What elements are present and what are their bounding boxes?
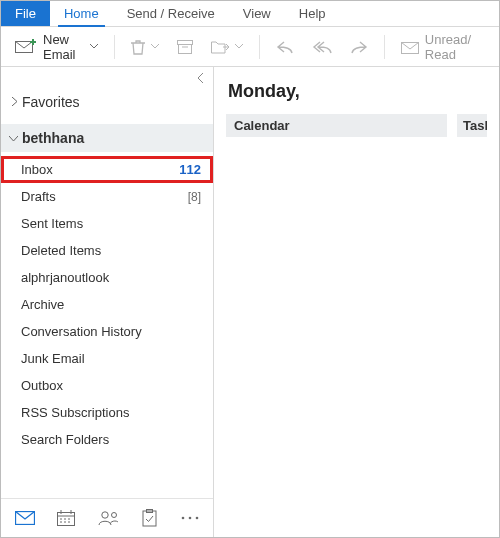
tasks-nav-icon[interactable] <box>140 509 159 527</box>
tab-home-label: Home <box>64 6 99 21</box>
folder-deleted-items[interactable]: Deleted Items <box>1 237 213 264</box>
day-heading: Monday, <box>226 75 487 114</box>
delete-button[interactable] <box>125 35 165 59</box>
chevron-down-icon <box>90 44 98 49</box>
folder-label: Inbox <box>21 162 53 177</box>
folder-label: Archive <box>21 297 64 312</box>
svg-point-17 <box>181 517 184 520</box>
folder-junk-email[interactable]: Junk Email <box>1 345 213 372</box>
reply-button[interactable] <box>270 36 300 58</box>
svg-point-14 <box>111 513 116 518</box>
reply-icon <box>276 40 294 54</box>
tab-file[interactable]: File <box>1 1 50 26</box>
trash-icon <box>131 39 145 55</box>
svg-rect-1 <box>178 40 193 44</box>
svg-point-19 <box>195 517 198 520</box>
chevron-left-icon <box>197 71 205 86</box>
unread-read-button[interactable]: Unread/ Read <box>395 28 491 66</box>
chevron-down-icon <box>9 133 18 144</box>
folder-outbox[interactable]: Outbox <box>1 372 213 399</box>
account-header[interactable]: bethhana <box>1 124 213 152</box>
folder-label: Drafts <box>21 189 56 204</box>
tab-view-label: View <box>243 6 271 21</box>
new-email-icon <box>15 39 37 55</box>
reply-all-button[interactable] <box>306 36 338 58</box>
navigation-pane: Favorites bethhana Inbox112Drafts[8]Sent… <box>1 67 214 537</box>
folder-drafts[interactable]: Drafts[8] <box>1 183 213 210</box>
tab-send-receive[interactable]: Send / Receive <box>113 1 229 26</box>
favorites-section[interactable]: Favorites <box>1 86 213 124</box>
folder-conversation-history[interactable]: Conversation History <box>1 318 213 345</box>
separator <box>259 35 260 59</box>
folder-label: Outbox <box>21 378 63 393</box>
tab-help[interactable]: Help <box>285 1 340 26</box>
folder-rss-subscriptions[interactable]: RSS Subscriptions <box>1 399 213 426</box>
content-columns: Calendar Tasks <box>226 114 487 137</box>
nav-bar-bottom <box>1 498 213 537</box>
main-area: Favorites bethhana Inbox112Drafts[8]Sent… <box>1 67 499 537</box>
archive-icon <box>177 40 193 54</box>
archive-button[interactable] <box>171 36 199 58</box>
tab-send-receive-label: Send / Receive <box>127 6 215 21</box>
folder-label: alphrjanoutlook <box>21 270 109 285</box>
collapse-nav-button[interactable] <box>1 67 213 86</box>
chevron-down-icon <box>235 44 243 49</box>
unread-read-label: Unread/ Read <box>425 32 485 62</box>
folder-label: RSS Subscriptions <box>21 405 129 420</box>
svg-point-13 <box>101 512 107 518</box>
folder-label: Search Folders <box>21 432 109 447</box>
folder-label: Sent Items <box>21 216 83 231</box>
content-pane: Monday, Calendar Tasks <box>214 67 499 537</box>
tab-help-label: Help <box>299 6 326 21</box>
separator <box>384 35 385 59</box>
tab-home[interactable]: Home <box>50 1 113 26</box>
tasks-column-header[interactable]: Tasks <box>457 114 487 137</box>
new-email-label: New Email <box>43 32 84 62</box>
folder-sent-items[interactable]: Sent Items <box>1 210 213 237</box>
forward-icon <box>350 40 368 54</box>
account-name: bethhana <box>22 130 84 146</box>
forward-button[interactable] <box>344 36 374 58</box>
toolbar: New Email Unread/ Read <box>1 27 499 67</box>
more-nav-icon[interactable] <box>180 509 199 527</box>
tab-file-label: File <box>15 6 36 21</box>
favorites-label: Favorites <box>22 94 80 110</box>
svg-rect-15 <box>143 511 156 526</box>
people-nav-icon[interactable] <box>98 509 118 527</box>
folder-inbox[interactable]: Inbox112 <box>1 156 213 183</box>
chevron-down-icon <box>151 44 159 49</box>
folder-list: Inbox112Drafts[8]Sent ItemsDeleted Items… <box>1 152 213 453</box>
move-button[interactable] <box>205 36 249 58</box>
folder-archive[interactable]: Archive <box>1 291 213 318</box>
folder-alphrjanoutlook[interactable]: alphrjanoutlook <box>1 264 213 291</box>
tab-view[interactable]: View <box>229 1 285 26</box>
chevron-right-icon <box>11 97 18 108</box>
folder-label: Junk Email <box>21 351 85 366</box>
folder-count: 112 <box>179 162 201 177</box>
envelope-icon <box>401 40 419 54</box>
folder-label: Deleted Items <box>21 243 101 258</box>
new-email-button[interactable]: New Email <box>9 28 104 66</box>
reply-all-icon <box>312 40 332 54</box>
svg-rect-2 <box>179 44 192 53</box>
mail-nav-icon[interactable] <box>15 509 35 527</box>
calendar-column-header[interactable]: Calendar <box>226 114 447 137</box>
calendar-nav-icon[interactable] <box>57 509 76 527</box>
separator <box>114 35 115 59</box>
ribbon-tabs: File Home Send / Receive View Help <box>1 1 499 27</box>
folder-search-folders[interactable]: Search Folders <box>1 426 213 453</box>
folder-count: [8] <box>188 190 201 204</box>
move-icon <box>211 40 229 54</box>
svg-point-18 <box>188 517 191 520</box>
folder-label: Conversation History <box>21 324 142 339</box>
